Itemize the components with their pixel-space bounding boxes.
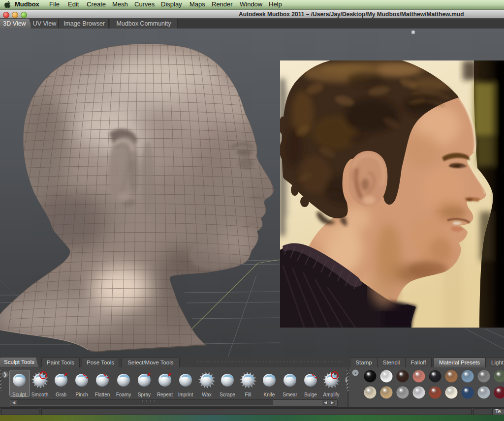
- svg-text:›: ›: [354, 370, 356, 376]
